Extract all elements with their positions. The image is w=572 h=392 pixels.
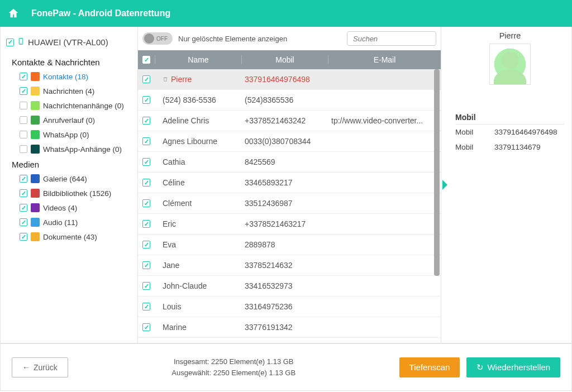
main: OFF Nur gelöschte Elemente anzeigen Name…: [138, 27, 571, 343]
table-row[interactable]: Céline 33465893217: [138, 173, 441, 193]
sidebar-item-label: Dokumente (43): [43, 233, 97, 241]
search-box[interactable]: [347, 31, 436, 46]
sidebar-item[interactable]: Videos (4): [6, 200, 132, 215]
table-body: Pierre 337916464976498 (524) 836-5536 (5…: [138, 69, 441, 343]
sidebar-item[interactable]: WhatsApp (0): [6, 127, 132, 142]
details-panel: Pierre Mobil Mobil337916464976498Mobil33…: [449, 27, 571, 343]
row-checkbox[interactable]: [142, 199, 150, 207]
deepscan-button[interactable]: Tiefenscan: [399, 357, 460, 377]
table-row[interactable]: Eva 2889878: [138, 235, 441, 255]
row-checkbox[interactable]: [142, 75, 150, 83]
toolbar-text: Nur gelöschte Elemente anzeigen: [178, 35, 341, 43]
sidebar-item[interactable]: Bildbibliothek (1526): [6, 186, 132, 200]
table-row[interactable]: Jane 33785214632: [138, 255, 441, 276]
checkbox[interactable]: [20, 116, 27, 124]
table-row[interactable]: (524) 836-5536 (524)8365536: [138, 90, 441, 111]
sidebar-item[interactable]: Kontakte (18): [6, 69, 132, 84]
cell-name: John-Claude: [155, 281, 241, 290]
cell-mobil: 0033(0)380708344: [241, 137, 328, 146]
sidebar-item-label: WhatsApp (0): [43, 131, 89, 139]
checkbox[interactable]: [20, 131, 27, 138]
table-row[interactable]: Adeline Chris +3378521463242 tp://www.vi…: [138, 111, 441, 131]
checkbox[interactable]: [20, 218, 27, 226]
row-checkbox[interactable]: [142, 96, 150, 104]
checkbox[interactable]: [20, 145, 27, 153]
row-checkbox[interactable]: [142, 220, 150, 228]
row-checkbox[interactable]: [142, 179, 150, 187]
row-checkbox[interactable]: [142, 117, 150, 125]
scrollbar[interactable]: [434, 69, 440, 276]
table-row[interactable]: John-Claude 33416532973: [138, 276, 441, 297]
header-name[interactable]: Name: [155, 55, 241, 64]
table-row[interactable]: Eric +3378521463217: [138, 214, 441, 235]
checkbox[interactable]: [20, 204, 27, 212]
panel-divider[interactable]: [441, 27, 449, 343]
sidebar-item[interactable]: WhatsApp-Anhänge (0): [6, 142, 132, 156]
sidebar-item-label: Bildbibliothek (1526): [43, 189, 111, 198]
back-button[interactable]: ← Zurück: [12, 357, 68, 377]
sidebar-item-label: Nachrichtenanhänge (0): [43, 102, 124, 110]
row-checkbox[interactable]: [142, 158, 150, 166]
category-icon: [31, 145, 40, 154]
arrow-left-icon: ←: [22, 363, 30, 372]
cell-name: Marine: [155, 323, 241, 332]
sidebar-item[interactable]: Audio (11): [6, 215, 132, 230]
checkbox[interactable]: [20, 233, 27, 241]
sidebar-cat-contacts: Kontakte & Nachrichten: [6, 54, 132, 69]
device-checkbox[interactable]: [6, 39, 14, 46]
cell-email: tp://www.video-converter...: [328, 116, 441, 125]
row-checkbox[interactable]: [142, 137, 150, 145]
row-checkbox[interactable]: [142, 241, 150, 248]
sidebar-item-label: Kontakte (18): [43, 73, 88, 81]
header-email[interactable]: E-Mail: [328, 55, 441, 64]
sidebar-item[interactable]: Anrufverlauf (0): [6, 113, 132, 127]
sidebar-item-label: Galerie (644): [43, 175, 87, 183]
cell-mobil: 33416532973: [241, 281, 328, 290]
table-row[interactable]: Clément 33512436987: [138, 193, 441, 214]
sidebar-item-label: Audio (11): [43, 218, 78, 227]
sidebar-item-label: Anrufverlauf (0): [43, 116, 95, 125]
cell-name: Agnes Libourne: [155, 137, 241, 146]
select-all-checkbox[interactable]: [142, 56, 150, 64]
header-mobil[interactable]: Mobil: [241, 55, 328, 64]
category-icon: [31, 101, 40, 110]
checkbox[interactable]: [20, 73, 27, 80]
cell-mobil: 8425569: [241, 157, 328, 166]
table-row[interactable]: Cathia 8425569: [138, 152, 441, 173]
category-icon: [31, 189, 40, 198]
deleted-only-toggle[interactable]: OFF: [142, 32, 173, 45]
sidebar-item[interactable]: Nachrichten (4): [6, 84, 132, 98]
row-checkbox[interactable]: [142, 323, 150, 331]
row-checkbox[interactable]: [142, 261, 150, 269]
details-kv: Mobil337916464976498: [455, 125, 565, 140]
search-input[interactable]: [353, 35, 447, 43]
sidebar-item[interactable]: Dokumente (43): [6, 230, 132, 244]
table-row[interactable]: Louis 33164975236: [138, 297, 441, 317]
device-row[interactable]: HUAWEI (VTR-AL00): [6, 34, 132, 51]
sidebar-item-label: Videos (4): [43, 204, 77, 212]
table-row[interactable]: Agnes Libourne 0033(0)380708344: [138, 131, 441, 152]
cell-mobil: 337916464976498: [241, 75, 328, 84]
phone-icon: [17, 36, 25, 48]
sidebar-item[interactable]: Galerie (644): [6, 171, 132, 186]
details-name: Pierre: [455, 31, 565, 40]
category-icon: [31, 232, 40, 241]
table-row[interactable]: Paul 33794213652: [138, 338, 441, 343]
table-row[interactable]: Pierre 337916464976498: [138, 69, 441, 90]
checkbox[interactable]: [20, 189, 27, 197]
table-row[interactable]: Marine 33776191342: [138, 317, 441, 338]
checkbox[interactable]: [20, 175, 27, 183]
table-wrap: OFF Nur gelöschte Elemente anzeigen Name…: [138, 27, 441, 343]
toggle-knob: [144, 34, 154, 44]
checkbox[interactable]: [20, 102, 27, 109]
sidebar-item-label: WhatsApp-Anhänge (0): [43, 145, 122, 154]
checkbox[interactable]: [20, 87, 27, 95]
row-checkbox[interactable]: [142, 303, 150, 310]
details-kv: Mobil33791134679: [455, 140, 565, 155]
home-icon[interactable]: [6, 6, 21, 21]
recover-button[interactable]: ↻ Wiederherstellen: [466, 357, 560, 377]
sidebar-item[interactable]: Nachrichtenanhänge (0): [6, 98, 132, 113]
footer: ← Zurück Insgesamt: 2250 Element(e) 1.13…: [0, 343, 572, 391]
row-checkbox[interactable]: [142, 282, 150, 290]
cell-mobil: 33512436987: [241, 199, 328, 208]
